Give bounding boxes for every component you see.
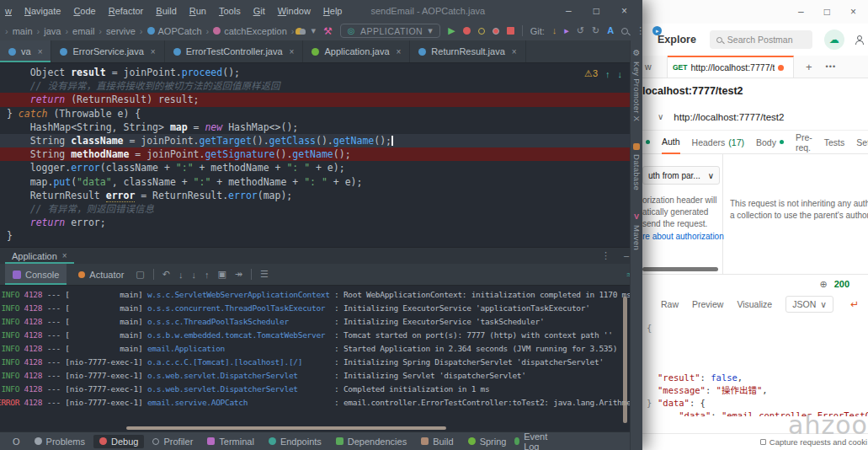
request-tab-auth[interactable]: Auth	[662, 131, 680, 154]
menu-item-navigate[interactable]: Navigate	[24, 6, 61, 16]
editor-tab-errorservice-java[interactable]: ErrorService.java×	[51, 40, 164, 62]
response-tab-visualize[interactable]: Visualize	[737, 299, 772, 309]
event-log-button[interactable]: Event Log	[514, 431, 550, 450]
statusbar-item-terminal[interactable]: Terminal	[201, 435, 260, 448]
next-issue-icon[interactable]: ↓	[618, 69, 623, 79]
minimize-icon[interactable]: –	[566, 5, 572, 17]
statusbar-item-debug[interactable]: Debug	[93, 435, 144, 448]
run-configuration-selector[interactable]: ◎ APPLICATION ▾	[340, 24, 440, 38]
breadcrumb-item-aopcatch[interactable]: AOPCatch	[147, 26, 202, 36]
statusbar-item-build[interactable]: Build	[415, 435, 459, 448]
method-dropdown-icon[interactable]: ∨	[658, 112, 663, 121]
search-everywhere-icon[interactable]	[621, 28, 628, 35]
auth-h-scrollbar[interactable]	[642, 267, 718, 271]
users-icon[interactable]	[296, 28, 303, 35]
breadcrumb-item-java[interactable]: java	[44, 26, 61, 36]
prev-issue-icon[interactable]: ↑	[605, 69, 610, 79]
restore-layout-icon[interactable]: ▢	[136, 269, 144, 280]
tab-actuator[interactable]: Actuator	[75, 270, 127, 280]
menu-item-code[interactable]: Code	[73, 6, 95, 16]
breadcrumb-item-servive[interactable]: servive	[106, 26, 136, 36]
auth-learn-more-link[interactable]: re about authorization	[642, 232, 719, 241]
wrap-text-icon[interactable]: ↵	[850, 298, 859, 310]
run-button[interactable]: ▶	[448, 25, 455, 36]
console-h-scrollbar[interactable]	[126, 426, 446, 430]
menu-item-build[interactable]: Build	[156, 6, 176, 16]
close-icon[interactable]: ×	[850, 6, 856, 18]
breadcrumb-item-catchexception[interactable]: catchException	[213, 26, 287, 36]
auth-type-dropdown[interactable]: uth from par... ∨	[642, 166, 720, 185]
editor-tab-application-java[interactable]: Application.java×	[303, 40, 410, 62]
more-options-icon[interactable]: ⋮	[636, 26, 645, 35]
stripe-item-key-promoter-x[interactable]: ⚙Key Promoter X	[632, 49, 642, 121]
stripe-item-maven[interactable]: VMaven	[632, 212, 642, 250]
menu-item-help[interactable]: Help	[323, 6, 343, 16]
console-v-scrollbar[interactable]	[623, 297, 627, 423]
stop-button[interactable]	[507, 27, 514, 35]
profiler-button[interactable]	[478, 28, 485, 35]
invite-user-icon[interactable]	[855, 35, 864, 45]
request-tab-partial[interactable]: w	[642, 56, 668, 78]
plugin-icon[interactable]: ▸	[652, 26, 662, 35]
close-icon[interactable]: ×	[512, 47, 517, 56]
console-output[interactable]: INFO 4128 --- [ main] w.s.c.ServletWebSe…	[0, 286, 642, 426]
step-over-icon[interactable]: ↶	[162, 269, 170, 280]
editor-tab-errortestcontroller-java[interactable]: ErrorTestController.java×	[165, 40, 304, 62]
request-tab-settings[interactable]: Settings	[856, 131, 868, 153]
new-tab-button[interactable]: +	[806, 61, 812, 73]
run-tab-application[interactable]: Application ×	[5, 248, 74, 264]
close-icon[interactable]: ×	[397, 47, 402, 56]
statusbar-item-endpoints[interactable]: Endpoints	[263, 435, 327, 448]
force-step-into-icon[interactable]: ↓	[191, 270, 196, 280]
request-tab-body[interactable]: Body	[756, 131, 784, 153]
breadcrumb-item-main[interactable]: main	[13, 26, 33, 36]
code-editor[interactable]: Object result = joinPoint.proceed(); // …	[0, 63, 642, 247]
step-out-icon[interactable]: ↑	[205, 270, 210, 280]
translate-icon[interactable]: A	[607, 26, 614, 35]
history-back-icon[interactable]: ↺	[577, 26, 584, 35]
debug-button[interactable]	[463, 27, 471, 35]
response-tab-preview[interactable]: Preview	[692, 299, 723, 309]
statusbar-item-profiler[interactable]: Profiler	[146, 435, 199, 448]
close-icon[interactable]: ×	[290, 47, 295, 56]
menu-item-window[interactable]: Window	[278, 6, 311, 16]
console-settings-icon[interactable]: ☰	[260, 269, 269, 280]
menu-item-run[interactable]: Run	[189, 6, 206, 16]
close-icon[interactable]: ×	[62, 251, 67, 260]
build-hammer-icon[interactable]: ⚒	[323, 25, 333, 37]
tab-options-icon[interactable]: •••	[826, 62, 836, 71]
request-tab-active[interactable]: GET http://localhost:7777/t	[668, 56, 794, 78]
request-tab-headers[interactable]: Headers(17)	[692, 131, 744, 153]
menu-item-w[interactable]: w	[5, 6, 12, 16]
statusbar-item-dependencies[interactable]: Dependencies	[330, 435, 413, 448]
menu-item-git[interactable]: Git	[253, 6, 265, 16]
request-tab-tests[interactable]: Tests	[824, 131, 845, 153]
warning-icon[interactable]: ⚠3	[584, 68, 598, 79]
editor-tab-va[interactable]: va×	[0, 40, 51, 62]
skip-breakpoints-icon[interactable]: ↠	[235, 269, 242, 280]
format-dropdown[interactable]: JSON∨	[785, 296, 833, 313]
response-tab-raw[interactable]: Raw	[661, 299, 679, 309]
menu-item-tools[interactable]: Tools	[219, 6, 241, 16]
sync-cloud-icon[interactable]: ☁	[824, 29, 844, 50]
step-into-icon[interactable]: ↓	[178, 270, 184, 280]
close-icon[interactable]: ×	[621, 5, 627, 17]
close-icon[interactable]: ×	[38, 47, 43, 56]
history-forward-icon[interactable]: ↻	[592, 26, 599, 35]
search-input[interactable]: Search Postman	[710, 30, 812, 49]
network-icon[interactable]: ⊕	[819, 279, 827, 290]
fold-close-brace[interactable]: }	[647, 397, 652, 410]
coverage-button[interactable]	[493, 28, 499, 35]
stripe-item-database[interactable]: Database	[632, 143, 642, 190]
close-icon[interactable]: ×	[151, 47, 156, 56]
maximize-icon[interactable]: □	[824, 6, 830, 18]
fold-open-brace[interactable]: {	[647, 322, 652, 335]
users-dropdown-icon[interactable]: ▾	[311, 26, 316, 35]
panel-options-icon[interactable]: ⋮	[601, 250, 610, 261]
response-body[interactable]: { } "result": false,"message": "操作出错","d…	[642, 315, 868, 416]
minimize-icon[interactable]: –	[798, 6, 804, 18]
menu-item-refactor[interactable]: Refactor	[109, 6, 144, 16]
url-input[interactable]: http://localhost:7777/test2	[674, 112, 784, 122]
editor-tab-returnresult-java[interactable]: ReturnResult.java×	[410, 40, 525, 62]
tab-console[interactable]: Console	[5, 264, 67, 285]
